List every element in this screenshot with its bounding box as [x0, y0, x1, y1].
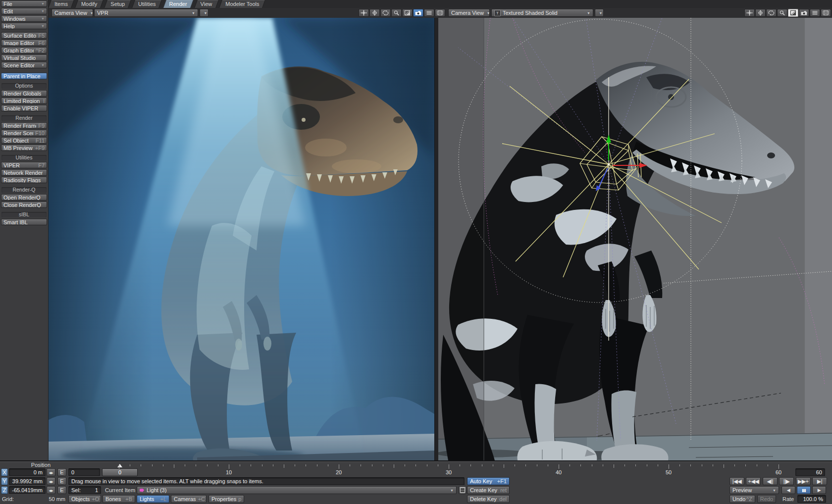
y-axis-button[interactable]: Y	[1, 477, 8, 485]
expand-icon[interactable]	[402, 9, 413, 17]
tab-render[interactable]: Render	[163, 0, 193, 8]
z-envelope-button[interactable]: E	[57, 486, 66, 494]
rotate-icon[interactable]	[755, 9, 766, 17]
current-item-label: Current Item	[105, 487, 135, 493]
go-last-frame-button[interactable]: ▶|	[812, 477, 827, 485]
sidebar-item-radiosity-flags[interactable]: Radiosity Flags	[1, 177, 47, 183]
magnify-icon[interactable]	[777, 9, 787, 17]
menu-file[interactable]: File▼	[1, 0, 47, 7]
x-position-field[interactable]: 0 m	[9, 468, 46, 476]
create-key-button[interactable]: Create Keyret	[467, 486, 510, 494]
item-type-objects[interactable]: Objects+O	[68, 495, 101, 503]
tab-modify[interactable]: Modify	[75, 0, 103, 8]
ruler-frame-label: 50	[661, 469, 676, 475]
z-axis-button[interactable]: Z	[1, 486, 8, 494]
sidebar-item-label: Graph Editor	[3, 48, 34, 53]
y-position-field[interactable]: 39.9992 mm	[9, 477, 46, 485]
expand-icon[interactable]	[788, 9, 798, 17]
start-frame-field[interactable]: 0	[68, 468, 100, 476]
undo-button[interactable]: Undo^Z	[729, 495, 755, 503]
left-shading-mode-label: VPR	[97, 10, 108, 16]
spin-icon[interactable]	[380, 9, 391, 17]
sidebar-item-surface-editor[interactable]: Surface EditorF5	[1, 32, 47, 39]
menu-help[interactable]: Help▼	[1, 23, 47, 29]
camera-icon[interactable]	[799, 9, 809, 17]
left-viewport-menu-button[interactable]: ▼	[200, 9, 208, 17]
sidebar-item-render-frame[interactable]: Render FrameF9	[1, 122, 47, 129]
x-nudge-stepper[interactable]: ◀▶	[47, 468, 55, 476]
step-forward-button[interactable]: ||▶	[779, 477, 794, 485]
item-list-button[interactable]	[459, 486, 467, 494]
current-item-dropdown[interactable]: Light (3) ▼	[137, 486, 457, 494]
ruler-tick	[679, 464, 680, 466]
z-position-field[interactable]: -65.0419mm	[9, 486, 46, 494]
sidebar-item-open-renderq[interactable]: Open RenderQ	[1, 194, 47, 201]
sidebar-item-limited-region[interactable]: Limited Regionl	[1, 98, 47, 104]
sidebar-item-enable-viper[interactable]: Enable VIPER	[1, 105, 47, 111]
film-icon[interactable]	[821, 9, 831, 17]
play-button[interactable]: ▶	[812, 486, 826, 494]
tab-modeler-tools[interactable]: Modeler Tools	[219, 0, 265, 8]
prev-keyframe-button[interactable]: +◀◀	[746, 477, 761, 485]
sidebar-item-render-scene[interactable]: Render SceneF10	[1, 130, 47, 136]
sidebar-item-viper[interactable]: VIPERF7	[1, 162, 47, 168]
sidebar-item-render-globals[interactable]: Render Globals	[1, 90, 47, 97]
redo-button[interactable]: Redo	[757, 495, 776, 503]
go-first-frame-button[interactable]: |◀◀	[729, 477, 744, 485]
sidebar-item-sel-object[interactable]: Sel ObjectF11	[1, 137, 47, 144]
y-nudge-stepper[interactable]: ◀▶	[47, 477, 55, 485]
x-axis-button[interactable]: X	[1, 468, 8, 476]
pause-button[interactable]: ▮▮	[797, 486, 811, 494]
left-viewport-vpr-render[interactable]	[49, 18, 434, 460]
right-viewport-menu-button[interactable]: ▼	[595, 9, 604, 17]
preview-dropdown[interactable]: Preview ▼	[729, 486, 779, 494]
sidebar-item-mb-preview[interactable]: MB Preview+F9	[1, 145, 47, 151]
item-type-lights[interactable]: Lights+L	[137, 495, 169, 503]
sidebar-item-image-editor[interactable]: Image EditorF6	[1, 40, 47, 46]
delete-key-button[interactable]: Delete Keydel	[467, 495, 510, 503]
left-view-type-dropdown[interactable]: Camera View ▼	[52, 9, 93, 17]
magnify-icon[interactable]	[391, 9, 402, 17]
tab-setup[interactable]: Setup	[104, 0, 131, 8]
sidebar-item-scene-editor[interactable]: Scene Editor▼	[1, 62, 47, 68]
sidebar-item-graph-editor[interactable]: Graph Editor^F2	[1, 47, 47, 53]
menu-windows[interactable]: Windows▼	[1, 15, 47, 22]
sidebar-item-label: VIPER	[3, 162, 20, 168]
tab-utilities[interactable]: Utilities	[132, 0, 161, 8]
sidebar-item-virtual-studio[interactable]: Virtual Studio	[1, 54, 47, 61]
camera-icon[interactable]	[413, 9, 423, 17]
item-type-bones[interactable]: Bones+B	[103, 495, 135, 503]
play-reverse-button[interactable]: ◀	[781, 486, 795, 494]
auto-key-button[interactable]: Auto Key+F1	[467, 477, 510, 485]
rate-field[interactable]: 100.0 %	[797, 495, 826, 503]
film-icon[interactable]	[435, 9, 445, 17]
move-icon[interactable]	[744, 9, 755, 17]
sidebar-item-close-renderq[interactable]: Close RenderQ	[1, 202, 47, 208]
left-shading-mode-dropdown[interactable]: VPR ▼	[94, 9, 198, 17]
frame-slider-knob[interactable]: 0	[102, 468, 138, 476]
z-nudge-stepper[interactable]: ◀▶	[47, 486, 55, 494]
item-type-cameras[interactable]: Cameras+C	[171, 495, 207, 503]
sidebar-item-network-render[interactable]: Network Render	[1, 169, 47, 176]
x-envelope-button[interactable]: E	[57, 468, 66, 476]
menu-edit[interactable]: Edit▼	[1, 8, 47, 14]
ruler-tick	[690, 464, 691, 466]
y-envelope-button[interactable]: E	[57, 477, 66, 485]
right-viewport-shaded-view[interactable]	[438, 18, 832, 460]
menu-icon[interactable]	[810, 9, 820, 17]
rotate-icon[interactable]	[369, 9, 380, 17]
sidebar-item-smart-ibl[interactable]: Smart IBL	[1, 219, 47, 225]
end-frame-field[interactable]: 60	[795, 468, 825, 476]
move-icon[interactable]	[359, 9, 369, 17]
menu-icon[interactable]	[424, 9, 434, 17]
right-view-type-dropdown[interactable]: Camera View ▼	[448, 9, 490, 17]
next-keyframe-button[interactable]: ▶▶+	[796, 477, 811, 485]
spin-icon[interactable]	[766, 9, 777, 17]
step-back-button[interactable]: ◀||	[763, 477, 778, 485]
timeline-ruler[interactable]: 0 102030405060	[102, 463, 793, 476]
sidebar-item-parent-in-place[interactable]: Parent in Place	[1, 73, 47, 79]
right-shading-mode-dropdown[interactable]: T Textured Shaded Solid ▼	[491, 9, 593, 17]
tab-view[interactable]: View	[195, 0, 218, 8]
item-type-properties[interactable]: Propertiesp	[208, 495, 244, 503]
tab-items[interactable]: Items	[49, 0, 74, 8]
